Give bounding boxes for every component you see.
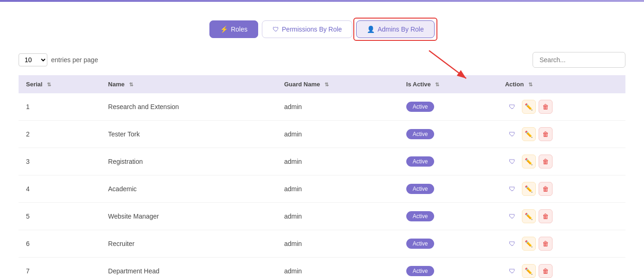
entries-select[interactable]: 10 25 50 100 (19, 53, 47, 66)
tab-admins[interactable]: 👤 Admins By Role (356, 20, 435, 38)
cell-is-active: Active (399, 93, 498, 121)
shield-button[interactable]: 🛡 (505, 100, 519, 114)
cell-action: 🛡 ✏️ 🗑 (498, 121, 625, 148)
edit-button[interactable]: ✏️ (522, 155, 536, 168)
delete-button[interactable]: 🗑 (539, 100, 553, 114)
table-row: 5 Website Manager admin Active 🛡 ✏️ 🗑 (19, 203, 625, 230)
table-row: 2 Tester Tork admin Active 🛡 ✏️ 🗑 (19, 121, 625, 148)
cell-name: Research and Extension (101, 93, 277, 121)
cell-action: 🛡 ✏️ 🗑 (498, 175, 625, 203)
tab-roles[interactable]: ⚡ Roles (209, 20, 258, 38)
cell-is-active: Active (399, 121, 498, 148)
status-badge: Active (406, 156, 435, 167)
cell-guard-name: admin (277, 121, 399, 148)
delete-button[interactable]: 🗑 (539, 182, 553, 196)
cell-is-active: Active (399, 148, 498, 175)
edit-button[interactable]: ✏️ (522, 209, 536, 223)
tab-roles-label: Roles (231, 26, 247, 33)
cell-is-active: Active (399, 175, 498, 203)
table-row: 4 Academic admin Active 🛡 ✏️ 🗑 (19, 175, 625, 203)
tabs-row: ⚡ Roles 🛡 Permissions By Role 👤 Admins B… (19, 20, 625, 38)
roles-icon: ⚡ (220, 26, 228, 33)
cell-action: 🛡 ✏️ 🗑 (498, 230, 625, 258)
shield-button[interactable]: 🛡 (505, 264, 519, 278)
cell-serial: 4 (19, 175, 101, 203)
sort-icon-active: ⇅ (435, 82, 439, 88)
shield-button[interactable]: 🛡 (505, 237, 519, 251)
status-badge: Active (406, 184, 435, 194)
tab-permissions[interactable]: 🛡 Permissions By Role (262, 20, 352, 38)
status-badge: Active (406, 211, 435, 221)
cell-action: 🛡 ✏️ 🗑 (498, 93, 625, 121)
status-badge: Active (406, 239, 435, 249)
cell-name: Registration (101, 148, 277, 175)
col-name: Name ⇅ (101, 75, 277, 93)
shield-button[interactable]: 🛡 (505, 127, 519, 141)
cell-action: 🛡 ✏️ 🗑 (498, 258, 625, 278)
cell-guard-name: admin (277, 93, 399, 121)
cell-name: Department Head (101, 258, 277, 278)
entries-left: 10 25 50 100 entries per page (19, 53, 98, 66)
delete-button[interactable]: 🗑 (539, 155, 553, 168)
cell-guard-name: admin (277, 203, 399, 230)
cell-name: Website Manager (101, 203, 277, 230)
admins-by-role-wrapper: 👤 Admins By Role (356, 20, 435, 38)
action-icons: 🛡 ✏️ 🗑 (505, 237, 618, 251)
action-icons: 🛡 ✏️ 🗑 (505, 264, 618, 278)
entries-label: entries per page (51, 56, 98, 64)
cell-serial: 3 (19, 148, 101, 175)
col-guard-name: Guard Name ⇅ (277, 75, 399, 93)
table-row: 1 Research and Extension admin Active 🛡 … (19, 93, 625, 121)
cell-is-active: Active (399, 203, 498, 230)
admins-icon: 👤 (367, 26, 375, 33)
action-icons: 🛡 ✏️ 🗑 (505, 127, 618, 141)
cell-guard-name: admin (277, 230, 399, 258)
table-row: 7 Department Head admin Active 🛡 ✏️ 🗑 (19, 258, 625, 278)
delete-button[interactable]: 🗑 (539, 209, 553, 223)
cell-serial: 5 (19, 203, 101, 230)
sort-icon-guard: ⇅ (325, 82, 329, 88)
controls-row: 10 25 50 100 entries per page (19, 52, 625, 68)
shield-button[interactable]: 🛡 (505, 209, 519, 223)
action-icons: 🛡 ✏️ 🗑 (505, 155, 618, 168)
table-row: 3 Registration admin Active 🛡 ✏️ 🗑 (19, 148, 625, 175)
action-icons: 🛡 ✏️ 🗑 (505, 209, 618, 223)
col-serial: Serial ⇅ (19, 75, 101, 93)
col-is-active: Is Active ⇅ (399, 75, 498, 93)
edit-button[interactable]: ✏️ (522, 237, 536, 251)
action-icons: 🛡 ✏️ 🗑 (505, 100, 618, 114)
edit-button[interactable]: ✏️ (522, 100, 536, 114)
sort-icon-action: ⇅ (528, 82, 533, 88)
col-action: Action ⇅ (498, 75, 625, 93)
status-badge: Active (406, 102, 435, 112)
cell-serial: 2 (19, 121, 101, 148)
shield-button[interactable]: 🛡 (505, 155, 519, 168)
shield-button[interactable]: 🛡 (505, 182, 519, 196)
delete-button[interactable]: 🗑 (539, 264, 553, 278)
status-badge: Active (406, 266, 435, 276)
edit-button[interactable]: ✏️ (522, 182, 536, 196)
edit-button[interactable]: ✏️ (522, 127, 536, 141)
delete-button[interactable]: 🗑 (539, 237, 553, 251)
table-header-row: Serial ⇅ Name ⇅ Guard Name ⇅ Is Active ⇅… (19, 75, 625, 93)
page-container: ⚡ Roles 🛡 Permissions By Role 👤 Admins B… (0, 2, 644, 278)
permissions-icon: 🛡 (273, 26, 279, 33)
cell-guard-name: admin (277, 175, 399, 203)
search-input[interactable] (533, 52, 625, 68)
cell-guard-name: admin (277, 148, 399, 175)
action-icons: 🛡 ✏️ 🗑 (505, 182, 618, 196)
tab-permissions-label: Permissions By Role (282, 26, 342, 33)
delete-button[interactable]: 🗑 (539, 127, 553, 141)
cell-serial: 7 (19, 258, 101, 278)
status-badge: Active (406, 129, 435, 139)
sort-icon-name: ⇅ (129, 82, 133, 88)
cell-action: 🛡 ✏️ 🗑 (498, 148, 625, 175)
cell-is-active: Active (399, 230, 498, 258)
edit-button[interactable]: ✏️ (522, 264, 536, 278)
cell-serial: 1 (19, 93, 101, 121)
cell-name: Academic (101, 175, 277, 203)
data-table: Serial ⇅ Name ⇅ Guard Name ⇅ Is Active ⇅… (19, 75, 625, 278)
sort-icon-serial: ⇅ (47, 82, 51, 88)
cell-action: 🛡 ✏️ 🗑 (498, 203, 625, 230)
table-row: 6 Recruiter admin Active 🛡 ✏️ 🗑 (19, 230, 625, 258)
